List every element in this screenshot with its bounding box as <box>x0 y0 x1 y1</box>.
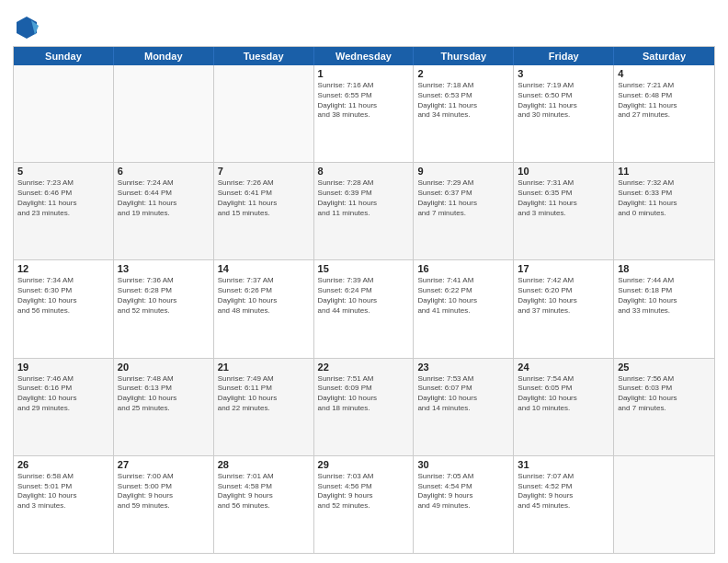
day-info: Sunrise: 7:53 AM Sunset: 6:07 PM Dayligh… <box>417 374 509 414</box>
calendar-row-2: 5Sunrise: 7:23 AM Sunset: 6:46 PM Daylig… <box>14 162 714 259</box>
day-info: Sunrise: 7:05 AM Sunset: 4:54 PM Dayligh… <box>417 472 509 511</box>
weekday-header-friday: Friday <box>514 47 614 65</box>
cal-cell-15: 15Sunrise: 7:39 AM Sunset: 6:24 PM Dayli… <box>314 260 415 357</box>
day-info: Sunrise: 7:48 AM Sunset: 6:13 PM Dayligh… <box>118 374 210 414</box>
day-info: Sunrise: 7:39 AM Sunset: 6:24 PM Dayligh… <box>318 276 410 316</box>
weekday-header-wednesday: Wednesday <box>314 47 415 65</box>
calendar-row-5: 26Sunrise: 6:58 AM Sunset: 5:01 PM Dayli… <box>14 455 714 553</box>
cal-cell-3: 3Sunrise: 7:19 AM Sunset: 6:50 PM Daylig… <box>514 65 614 162</box>
logo-icon <box>13 13 40 40</box>
weekday-header-monday: Monday <box>114 47 214 65</box>
cal-cell-26: 26Sunrise: 6:58 AM Sunset: 5:01 PM Dayli… <box>14 456 114 553</box>
weekday-header-thursday: Thursday <box>414 47 514 65</box>
day-info: Sunrise: 7:19 AM Sunset: 6:50 PM Dayligh… <box>518 81 609 121</box>
cal-cell-empty-0-1 <box>114 65 214 162</box>
day-info: Sunrise: 7:00 AM Sunset: 5:00 PM Dayligh… <box>118 472 210 511</box>
cal-cell-7: 7Sunrise: 7:26 AM Sunset: 6:41 PM Daylig… <box>214 163 314 259</box>
day-number: 26 <box>17 459 109 470</box>
cal-cell-23: 23Sunrise: 7:53 AM Sunset: 6:07 PM Dayli… <box>414 359 514 455</box>
header <box>13 9 715 40</box>
day-info: Sunrise: 7:32 AM Sunset: 6:33 PM Dayligh… <box>618 178 711 218</box>
day-info: Sunrise: 7:44 AM Sunset: 6:18 PM Dayligh… <box>618 276 711 316</box>
cal-cell-19: 19Sunrise: 7:46 AM Sunset: 6:16 PM Dayli… <box>14 359 114 455</box>
day-info: Sunrise: 7:26 AM Sunset: 6:41 PM Dayligh… <box>218 178 310 218</box>
cal-cell-25: 25Sunrise: 7:56 AM Sunset: 6:03 PM Dayli… <box>614 359 714 455</box>
day-number: 27 <box>118 459 210 470</box>
cal-cell-empty-0-2 <box>214 65 314 162</box>
cal-cell-1: 1Sunrise: 7:16 AM Sunset: 6:55 PM Daylig… <box>314 65 415 162</box>
cal-cell-empty-0-0 <box>14 65 114 162</box>
cal-cell-24: 24Sunrise: 7:54 AM Sunset: 6:05 PM Dayli… <box>514 359 614 455</box>
cal-cell-12: 12Sunrise: 7:34 AM Sunset: 6:30 PM Dayli… <box>14 260 114 357</box>
day-number: 29 <box>318 459 410 470</box>
cal-cell-27: 27Sunrise: 7:00 AM Sunset: 5:00 PM Dayli… <box>114 456 214 553</box>
day-number: 11 <box>618 166 711 177</box>
day-number: 2 <box>417 68 509 79</box>
day-number: 16 <box>417 263 509 274</box>
day-number: 17 <box>518 263 609 274</box>
logo <box>13 13 44 40</box>
cal-cell-empty-4-6 <box>614 456 714 553</box>
day-number: 8 <box>318 166 410 177</box>
cal-cell-8: 8Sunrise: 7:28 AM Sunset: 6:39 PM Daylig… <box>314 163 415 259</box>
cal-cell-18: 18Sunrise: 7:44 AM Sunset: 6:18 PM Dayli… <box>614 260 714 357</box>
day-number: 14 <box>218 263 310 274</box>
day-info: Sunrise: 7:23 AM Sunset: 6:46 PM Dayligh… <box>17 178 109 218</box>
day-info: Sunrise: 7:29 AM Sunset: 6:37 PM Dayligh… <box>417 178 509 218</box>
cal-cell-6: 6Sunrise: 7:24 AM Sunset: 6:44 PM Daylig… <box>114 163 214 259</box>
day-number: 19 <box>17 362 109 373</box>
day-number: 12 <box>17 263 109 274</box>
day-number: 7 <box>218 166 310 177</box>
day-info: Sunrise: 7:18 AM Sunset: 6:53 PM Dayligh… <box>417 81 509 121</box>
cal-cell-9: 9Sunrise: 7:29 AM Sunset: 6:37 PM Daylig… <box>414 163 514 259</box>
day-number: 30 <box>417 459 509 470</box>
calendar-body: 1Sunrise: 7:16 AM Sunset: 6:55 PM Daylig… <box>14 65 714 553</box>
day-number: 25 <box>618 362 711 373</box>
day-number: 31 <box>518 459 609 470</box>
day-info: Sunrise: 7:56 AM Sunset: 6:03 PM Dayligh… <box>618 374 711 414</box>
day-info: Sunrise: 7:31 AM Sunset: 6:35 PM Dayligh… <box>518 178 609 218</box>
day-info: Sunrise: 7:54 AM Sunset: 6:05 PM Dayligh… <box>518 374 609 414</box>
cal-cell-2: 2Sunrise: 7:18 AM Sunset: 6:53 PM Daylig… <box>414 65 514 162</box>
day-info: Sunrise: 7:37 AM Sunset: 6:26 PM Dayligh… <box>218 276 310 316</box>
day-number: 28 <box>218 459 310 470</box>
cal-cell-22: 22Sunrise: 7:51 AM Sunset: 6:09 PM Dayli… <box>314 359 415 455</box>
day-number: 4 <box>618 68 711 79</box>
weekday-header-sunday: Sunday <box>14 47 114 65</box>
cal-cell-13: 13Sunrise: 7:36 AM Sunset: 6:28 PM Dayli… <box>114 260 214 357</box>
day-number: 18 <box>618 263 711 274</box>
cal-cell-4: 4Sunrise: 7:21 AM Sunset: 6:48 PM Daylig… <box>614 65 714 162</box>
cal-cell-14: 14Sunrise: 7:37 AM Sunset: 6:26 PM Dayli… <box>214 260 314 357</box>
day-number: 5 <box>17 166 109 177</box>
cal-cell-29: 29Sunrise: 7:03 AM Sunset: 4:56 PM Dayli… <box>314 456 415 553</box>
cal-cell-10: 10Sunrise: 7:31 AM Sunset: 6:35 PM Dayli… <box>514 163 614 259</box>
day-info: Sunrise: 7:41 AM Sunset: 6:22 PM Dayligh… <box>417 276 509 316</box>
cal-cell-20: 20Sunrise: 7:48 AM Sunset: 6:13 PM Dayli… <box>114 359 214 455</box>
cal-cell-21: 21Sunrise: 7:49 AM Sunset: 6:11 PM Dayli… <box>214 359 314 455</box>
day-info: Sunrise: 7:36 AM Sunset: 6:28 PM Dayligh… <box>118 276 210 316</box>
day-info: Sunrise: 6:58 AM Sunset: 5:01 PM Dayligh… <box>17 472 109 511</box>
calendar: SundayMondayTuesdayWednesdayThursdayFrid… <box>13 46 715 554</box>
calendar-header: SundayMondayTuesdayWednesdayThursdayFrid… <box>14 47 714 65</box>
cal-cell-30: 30Sunrise: 7:05 AM Sunset: 4:54 PM Dayli… <box>414 456 514 553</box>
page: SundayMondayTuesdayWednesdayThursdayFrid… <box>0 0 728 563</box>
calendar-row-4: 19Sunrise: 7:46 AM Sunset: 6:16 PM Dayli… <box>14 358 714 455</box>
day-number: 13 <box>118 263 210 274</box>
day-info: Sunrise: 7:46 AM Sunset: 6:16 PM Dayligh… <box>17 374 109 414</box>
weekday-header-saturday: Saturday <box>614 47 714 65</box>
cal-cell-5: 5Sunrise: 7:23 AM Sunset: 6:46 PM Daylig… <box>14 163 114 259</box>
day-info: Sunrise: 7:51 AM Sunset: 6:09 PM Dayligh… <box>318 374 410 414</box>
cal-cell-11: 11Sunrise: 7:32 AM Sunset: 6:33 PM Dayli… <box>614 163 714 259</box>
day-number: 9 <box>417 166 509 177</box>
day-info: Sunrise: 7:07 AM Sunset: 4:52 PM Dayligh… <box>518 472 609 511</box>
day-info: Sunrise: 7:24 AM Sunset: 6:44 PM Dayligh… <box>118 178 210 218</box>
day-info: Sunrise: 7:34 AM Sunset: 6:30 PM Dayligh… <box>17 276 109 316</box>
day-number: 20 <box>118 362 210 373</box>
calendar-row-3: 12Sunrise: 7:34 AM Sunset: 6:30 PM Dayli… <box>14 259 714 357</box>
day-info: Sunrise: 7:21 AM Sunset: 6:48 PM Dayligh… <box>618 81 711 121</box>
day-info: Sunrise: 7:01 AM Sunset: 4:58 PM Dayligh… <box>218 472 310 511</box>
day-info: Sunrise: 7:03 AM Sunset: 4:56 PM Dayligh… <box>318 472 410 511</box>
calendar-row-1: 1Sunrise: 7:16 AM Sunset: 6:55 PM Daylig… <box>14 65 714 162</box>
weekday-header-tuesday: Tuesday <box>214 47 314 65</box>
day-number: 3 <box>518 68 609 79</box>
